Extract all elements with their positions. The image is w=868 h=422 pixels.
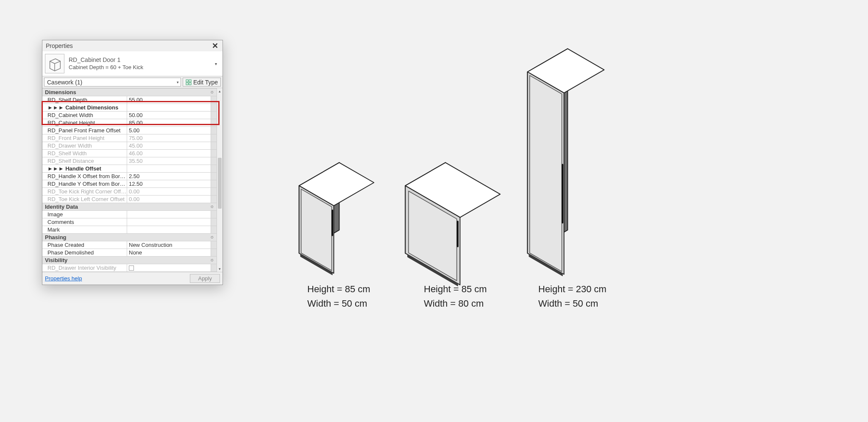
property-value[interactable]: New Construction (127, 241, 211, 249)
properties-help-link[interactable]: Properties help (45, 275, 82, 282)
property-label: RD_Toe Kick Left Corner Offset (42, 196, 127, 203)
scrollbar[interactable]: ▴ ▾ (217, 88, 223, 272)
property-action-button[interactable] (211, 218, 217, 226)
property-row: RD_Shelf Distance35.50 (42, 157, 217, 165)
property-action-button[interactable] (211, 173, 217, 180)
property-label: Phase Created (42, 241, 127, 249)
property-row[interactable]: Image (42, 211, 217, 218)
collapse-icon[interactable]: ☼ (210, 89, 214, 94)
panel-title: Properties (46, 42, 73, 49)
property-row[interactable]: RD_Shelf Depth55.00 (42, 96, 217, 104)
property-row[interactable]: RD_Handle X Offset from Border2.50 (42, 173, 217, 180)
edit-type-label: Edit Type (193, 79, 218, 86)
property-value: 35.50 (127, 157, 211, 165)
property-label: RD_Panel Front Frame Offset (42, 127, 127, 134)
property-value[interactable] (127, 218, 211, 226)
property-value[interactable] (127, 165, 211, 172)
group-header-identity[interactable]: Identity Data ☼ (42, 203, 217, 211)
property-label: RD_Toe Kick Right Corner Offset (42, 188, 127, 195)
property-value[interactable] (127, 226, 211, 233)
property-row[interactable]: RD_Handle Y Offset from Border12.50 (42, 180, 217, 188)
scroll-thumb[interactable] (218, 158, 222, 209)
property-row: RD_Front Panel Height75.00 (42, 134, 217, 142)
checkbox (129, 265, 134, 271)
property-action-button[interactable] (211, 119, 217, 126)
property-action-button[interactable] (211, 104, 217, 111)
property-label: RD_Shelf Depth (42, 96, 127, 103)
property-value (127, 264, 211, 271)
property-row[interactable]: Comments (42, 218, 217, 226)
property-action-button[interactable] (211, 96, 217, 103)
scroll-down-icon[interactable]: ▾ (217, 266, 223, 272)
property-action-button[interactable] (211, 112, 217, 119)
type-name: RD_Cabinet Door 1 (69, 56, 215, 64)
type-subname: Cabinet Depth = 60 + Toe Kick (69, 64, 215, 71)
svg-rect-3 (189, 80, 191, 82)
property-action-button[interactable] (211, 180, 217, 187)
property-value[interactable]: 55.00 (127, 96, 211, 103)
property-row[interactable]: Phase CreatedNew Construction (42, 241, 217, 249)
property-label: RD_Handle X Offset from Border (42, 173, 127, 180)
property-label: RD_Handle Y Offset from Border (42, 180, 127, 187)
property-row[interactable]: RD_Cabinet Height85.00 (42, 119, 217, 127)
chevron-down-icon[interactable]: ▾ (215, 54, 220, 66)
property-row[interactable]: RD_Cabinet Width50.00 (42, 112, 217, 119)
apply-button[interactable]: Apply (190, 274, 220, 283)
property-label: RD_Cabinet Height (42, 119, 127, 126)
property-value[interactable]: 50.00 (127, 112, 211, 119)
property-value[interactable] (127, 211, 211, 218)
property-value[interactable] (127, 104, 211, 111)
group-header-phasing[interactable]: Phasing ☼ (42, 234, 217, 241)
property-label: RD_Drawer Interior Visibility (42, 264, 127, 271)
cabinet-3-label: Height = 230 cm Width = 50 cm (538, 282, 606, 311)
property-row[interactable]: Mark (42, 226, 217, 234)
property-action-button[interactable] (211, 165, 217, 172)
property-label: ►►► Handle Offset (42, 165, 127, 172)
property-value[interactable]: None (127, 249, 211, 256)
property-value[interactable]: 85.00 (127, 119, 211, 126)
property-value[interactable]: 12.50 (127, 180, 211, 187)
property-value[interactable]: 2.50 (127, 173, 211, 180)
collapse-icon[interactable]: ☼ (210, 257, 214, 262)
category-dropdown-label: Casework (1) (47, 79, 82, 86)
property-value: 0.00 (127, 188, 211, 195)
scroll-up-icon[interactable]: ▴ (217, 88, 223, 94)
svg-marker-0 (50, 59, 61, 71)
group-header-dimensions[interactable]: Dimensions ☼ (42, 89, 217, 96)
type-selector[interactable]: RD_Cabinet Door 1 Cabinet Depth = 60 + T… (42, 51, 223, 76)
close-icon[interactable]: ✕ (210, 41, 220, 50)
svg-rect-2 (186, 80, 188, 82)
property-action-button (211, 157, 217, 165)
property-row[interactable]: RD_Panel Front Frame Offset5.00 (42, 127, 217, 134)
property-label: ►►► Cabinet Dimensions (42, 104, 127, 111)
illustration-area: Height = 85 cm Width = 50 cm Height = 85… (288, 34, 855, 405)
property-label: RD_Shelf Width (42, 150, 127, 157)
property-action-button (211, 150, 217, 157)
property-action-button[interactable] (211, 226, 217, 233)
property-action-button[interactable] (211, 127, 217, 134)
property-label: Comments (42, 218, 127, 226)
group-header-visibility[interactable]: Visibility ☼ (42, 257, 217, 264)
property-action-button[interactable] (211, 211, 217, 218)
collapse-icon[interactable]: ☼ (210, 234, 214, 239)
collapse-icon[interactable]: ☼ (210, 204, 214, 209)
property-value: 45.00 (127, 142, 211, 149)
edit-type-button[interactable]: Edit Type (183, 78, 221, 87)
property-action-button (211, 264, 217, 271)
property-row[interactable]: ►►► Handle Offset (42, 165, 217, 173)
property-action-button[interactable] (211, 249, 217, 256)
properties-panel: Properties ✕ RD_Cabinet Door 1 Cabinet D… (42, 40, 223, 285)
property-value[interactable]: 5.00 (127, 127, 211, 134)
property-row: RD_Drawer Interior Visibility (42, 264, 217, 272)
category-dropdown[interactable]: Casework (1) ▾ (44, 78, 181, 87)
property-label: RD_Cabinet Width (42, 112, 127, 119)
property-row: RD_Drawer Width45.00 (42, 142, 217, 150)
property-action-button (211, 134, 217, 142)
properties-grid: Dimensions ☼ RD_Shelf Depth55.00►►► Cabi… (42, 88, 217, 272)
property-row[interactable]: ►►► Cabinet Dimensions (42, 104, 217, 112)
property-action-button[interactable] (211, 241, 217, 249)
property-action-button (211, 196, 217, 203)
property-value: 46.00 (127, 150, 211, 157)
property-row[interactable]: Phase DemolishedNone (42, 249, 217, 257)
property-action-button (211, 188, 217, 195)
